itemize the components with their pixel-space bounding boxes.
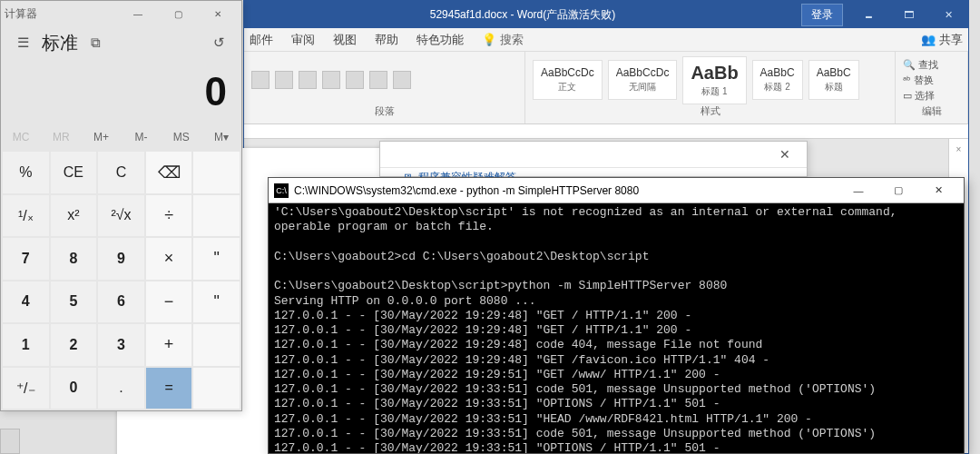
bullets-icon[interactable] [251,71,270,89]
close-icon[interactable]: ✕ [918,184,958,196]
sort-icon[interactable] [369,71,387,89]
calc-key-5-0[interactable]: ⁺/₋ [3,368,49,410]
hamburger-icon[interactable]: ☰ [17,35,29,51]
calc-key-1-0[interactable]: ¹/ₓ [3,195,49,237]
word-ruler[interactable] [244,124,968,139]
calc-key-1-2[interactable]: ²√x [98,195,144,237]
compat-titlebar[interactable]: ✕ [380,142,807,167]
tab-help[interactable]: 帮助 [375,32,398,48]
style-normal[interactable]: AaBbCcDc正文 [533,60,603,100]
keep-on-top-icon[interactable]: ⧉ [91,35,101,51]
ribbon-group-styles: AaBbCcDc正文 AaBbCcDc无间隔 AaBb标题 1 AaBbC标题 … [525,52,896,123]
style-heading1[interactable]: AaBb标题 1 [682,56,746,104]
multilevel-icon[interactable] [299,71,317,89]
mdrop-button[interactable]: M▾ [201,124,241,150]
calc-key-4-1[interactable]: 2 [51,324,97,366]
share-icon: 👥 [921,33,936,46]
indent-dec-icon[interactable] [322,71,340,89]
calc-key-3-4[interactable]: " [193,281,240,323]
calc-key-1-1[interactable]: x² [51,195,97,237]
calc-key-2-4[interactable]: " [193,238,240,280]
calc-key-1-3[interactable]: ÷ [146,195,192,237]
calc-key-4-3[interactable]: + [146,324,192,366]
maximize-icon[interactable]: ▢ [158,1,198,26]
numbering-icon[interactable] [275,71,293,89]
find-button[interactable]: 🔍查找 [903,58,938,72]
replace-button[interactable]: ᵃᵇ替换 [903,74,938,87]
select-button[interactable]: ▭选择 [903,89,938,103]
calc-keypad: %CEC⌫ ¹/ₓx²²√x÷ 789×"456−"123+ ⁺/₋0.= [1,150,241,410]
mr-button[interactable]: MR [41,124,81,150]
maximize-icon[interactable]: ▢ [878,184,918,196]
calc-key-2-2[interactable]: 9 [98,238,144,280]
style-heading2[interactable]: AaBbC标题 2 [752,60,803,100]
styles-gallery[interactable]: AaBbCcDc正文 AaBbCcDc无间隔 AaBb标题 1 AaBbC标题 … [533,55,887,104]
history-icon[interactable]: ↺ [213,35,225,51]
cmd-titlebar[interactable]: C:\ C:\WINDOWS\system32\cmd.exe - python… [269,178,964,203]
calculator-window: 计算器 — ▢ ✕ ☰ 标准 ⧉ ↺ 0 MC MR M+ M- MS M▾ %… [0,0,242,411]
word-ribbon: 段落 AaBbCcDc正文 AaBbCcDc无间隔 AaBb标题 1 AaBbC… [244,52,968,124]
tab-view[interactable]: 视图 [333,32,357,48]
calc-key-0-2[interactable]: C [98,152,144,193]
lightbulb-icon: 💡 [482,33,496,46]
calc-key-0-3[interactable]: ⌫ [146,152,192,193]
calc-key-2-3[interactable]: × [146,238,192,280]
paragraph-label: 段落 [251,104,517,120]
tab-mail[interactable]: 邮件 [250,32,273,48]
calc-key-2-1[interactable]: 8 [51,238,97,280]
select-icon: ▭ [903,90,912,102]
compat-dialog: ✕ ← 🖥 程序兼容性疑难解答 [379,141,808,177]
calc-key-4-4 [193,324,240,366]
calc-key-5-1[interactable]: 0 [51,368,97,410]
calc-key-3-2[interactable]: 6 [98,281,144,323]
replace-icon: ᵃᵇ [903,74,911,86]
minimize-icon[interactable]: — [118,1,158,26]
calc-key-4-2[interactable]: 3 [98,324,144,366]
style-title[interactable]: AaBbC标题 [808,60,859,100]
calc-title: 计算器 [5,6,37,22]
ms-button[interactable]: MS [162,124,201,150]
calc-key-2-0[interactable]: 7 [3,238,49,280]
tab-feature[interactable]: 特色功能 [416,32,464,48]
ribbon-group-paragraph: 段落 [244,52,525,123]
cmd-icon: C:\ [274,183,289,198]
calc-key-0-1[interactable]: CE [51,152,97,193]
close-icon[interactable]: ✕ [769,147,801,162]
calc-key-0-0[interactable]: % [3,152,49,193]
mplus-button[interactable]: M+ [81,124,121,150]
calc-header: ☰ 标准 ⧉ ↺ [1,26,241,59]
mc-button[interactable]: MC [1,124,41,150]
mminus-button[interactable]: M- [122,124,162,150]
style-nospacing[interactable]: AaBbCcDc无间隔 [608,60,678,100]
edit-label: 编辑 [903,104,960,120]
maximize-icon[interactable]: 🗖 [888,9,928,20]
calc-key-5-2[interactable]: . [98,368,144,410]
taskbar-item[interactable] [0,429,20,454]
word-ribbon-tabs: 邮件 审阅 视图 帮助 特色功能 💡 搜索 👥 共享 [244,28,968,52]
show-marks-icon[interactable] [393,71,411,89]
word-login-button[interactable]: 登录 [801,4,843,26]
calc-titlebar[interactable]: 计算器 — ▢ ✕ [1,1,241,26]
minimize-icon[interactable]: 🗕 [848,9,888,20]
calc-key-5-3[interactable]: = [146,368,192,410]
share-button[interactable]: 👥 共享 [921,32,963,48]
calc-mode-label: 标准 [42,31,78,55]
close-icon[interactable]: ✕ [928,9,968,21]
cmd-output[interactable]: 'C:\Users\goabout2\Desktop\script' is no… [269,203,964,453]
calc-key-1-4 [193,195,240,237]
close-icon[interactable]: ✕ [198,1,238,26]
calc-key-3-0[interactable]: 4 [3,281,49,323]
cmd-window: C:\ C:\WINDOWS\system32\cmd.exe - python… [268,177,965,454]
tab-review[interactable]: 审阅 [291,32,315,48]
minimize-icon[interactable]: — [838,185,878,196]
calc-display: 0 [1,59,241,124]
tell-me-search[interactable]: 💡 搜索 [482,32,524,48]
calc-key-3-3[interactable]: − [146,281,192,323]
styles-label: 样式 [533,104,887,120]
calc-key-0-4 [193,152,240,193]
word-titlebar[interactable]: 52945af1d.docx - Word(产品激活失败) 登录 🗕 🗖 ✕ [244,1,968,28]
calc-key-4-0[interactable]: 1 [3,324,49,366]
indent-inc-icon[interactable] [346,71,364,89]
word-title-text: 52945af1d.docx - Word(产品激活失败) [244,7,801,23]
calc-key-3-1[interactable]: 5 [51,281,97,323]
